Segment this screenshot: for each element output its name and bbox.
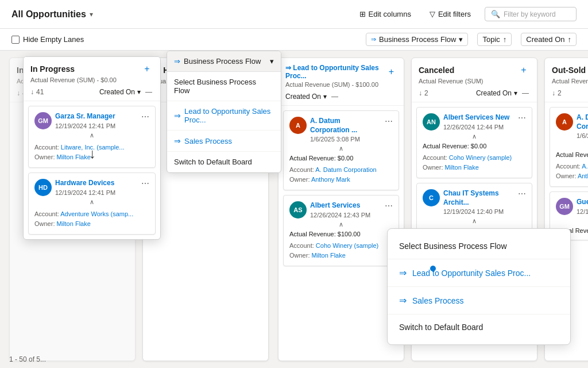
bpf-lead-icon: ⇒ — [174, 111, 181, 120]
sub-bar-right: ⇒ Business Process Flow ▾ Topic ↑ Create… — [366, 33, 577, 46]
right-bpf-lead[interactable]: ⇒ Lead to Opportunity Sales Proc... — [388, 259, 570, 287]
bpf-flow-icon: ⇒ — [371, 36, 376, 43]
card-menu-btn[interactable]: ⋯ — [385, 117, 393, 126]
card-albert-services[interactable]: AS Albert Services 12/26/2024 12:43 PM ⋯… — [283, 195, 399, 266]
toolbar: ⊞ Edit columns ▽ Edit filters 🔍 Filter b… — [355, 7, 577, 21]
lane-canceled-revenue: Actual Revenue (SUM) — [419, 78, 530, 85]
right-bpf-lead-icon: ⇒ — [399, 267, 407, 278]
columns-icon: ⊞ — [359, 10, 366, 18]
right-bpf-switch[interactable]: Switch to Default Board — [388, 315, 570, 340]
card-revenue-a: Actual Revenue: $0.00 — [289, 155, 393, 162]
bpf-sort-control[interactable]: ⇒ Business Process Flow ▾ — [366, 33, 468, 46]
right-bpf-sales[interactable]: ⇒ Sales Process — [388, 287, 570, 315]
arrow-indicator: ↓ — [89, 145, 96, 162]
lane-canceled-collapse-btn[interactable]: — — [521, 88, 530, 98]
card-avatar-gm-exp: GM — [34, 112, 52, 129]
card-avatar-a2: A — [556, 113, 573, 131]
lane-out-sold-count: ↓2 — [552, 89, 562, 97]
lane-middle-sort[interactable]: Created On▾ — [285, 93, 327, 101]
card-date-gm2: 12/19/2024 12:41 PM — [577, 208, 588, 215]
lane-middle-add-button[interactable]: + — [386, 66, 397, 78]
card-avatar-a: A — [289, 117, 307, 134]
card-title-hd-exp: Hardware Devices — [55, 179, 138, 188]
card-hardware-expanded[interactable]: HD Hardware Devices 12/19/2024 12:41 PM … — [28, 172, 156, 235]
lane-out-sold-header: Out-Sold + Actual Revenue (SUM) - $0.00 … — [545, 58, 588, 102]
title-chevron-icon[interactable]: ▾ — [90, 10, 93, 18]
card-chevron-hd-exp: ∧ — [34, 198, 149, 206]
card-avatar-hd-exp: HD — [34, 179, 52, 196]
lane-middle: ⇒ Lead to Opportunity Sales Proc... + Ac… — [278, 57, 404, 361]
lane-out-sold-revenue: Actual Revenue (SUM) - $0.00 — [552, 78, 588, 85]
card-menu-btn-3[interactable]: ⋯ — [518, 113, 526, 122]
card-title-an: Albert Services New — [443, 113, 514, 122]
lane-middle-title: ⇒ Lead to Opportunity Sales Proc... — [285, 64, 386, 80]
card-title-as: Albert Services — [310, 201, 381, 210]
lane-canceled-title: Canceled — [419, 66, 454, 75]
card-title-gm-exp: Garza Sr. Manager — [55, 112, 138, 121]
card-detail-as: Account: Coho Winery (sample) Owner: Mil… — [289, 241, 393, 260]
created-on-sort-control[interactable]: Created On ↑ — [521, 33, 577, 46]
lane-expanded-collapse-btn[interactable]: — — [144, 87, 153, 97]
card-date-a: 1/6/2025 3:08 PM — [310, 136, 381, 143]
right-bpf-dropdown: Select Business Process Flow ⇒ Lead to O… — [387, 228, 571, 345]
bpf-sales-item[interactable]: ⇒ Sales Process — [167, 131, 281, 152]
card-title-a: A. Datum Corporation ... — [310, 117, 381, 135]
lane-canceled-sort[interactable]: Created On▾ — [476, 89, 517, 97]
card-revenue-as: Actual Revenue: $100.00 — [289, 231, 393, 237]
card-menu-btn-2[interactable]: ⋯ — [385, 201, 393, 210]
lane-expanded-count: ↓41 — [30, 88, 44, 96]
right-bpf-sales-icon: ⇒ — [399, 295, 407, 306]
lane-expanded-add-btn[interactable]: + — [141, 63, 153, 75]
card-avatar-as: AS — [289, 201, 307, 218]
lane-canceled-header: Canceled + Actual Revenue (SUM) ↓2 Creat… — [412, 58, 537, 102]
topic-sort-control[interactable]: Topic ↑ — [477, 33, 512, 46]
card-revenue-an: Actual Revenue: $0.00 — [423, 143, 526, 150]
lane-out-sold-title: Out-Sold — [552, 66, 586, 75]
page-title: All Opportunities — [11, 9, 86, 20]
bpf-chevron-icon: ▾ — [459, 35, 463, 44]
card-chevron-icon-2: ∧ — [289, 221, 393, 228]
hide-empty-lanes-checkbox[interactable]: Hide Empty Lanes — [11, 35, 84, 44]
card-avatar-c: C — [423, 189, 440, 206]
dot-indicator — [430, 266, 436, 271]
lane-expanded-sort[interactable]: Created On▾ — [99, 88, 141, 96]
edit-filters-button[interactable]: ▽ Edit filters — [425, 7, 475, 21]
lane-canceled-add-button[interactable]: + — [517, 64, 530, 76]
card-a-datum-middle[interactable]: A A. Datum Corporation ... 1/6/2025 3:08… — [283, 110, 399, 190]
bpf-select-item[interactable]: Select Business Process Flow — [167, 72, 281, 101]
card-detail-hd-exp: Account: Adventure Works (samp... Owner:… — [34, 209, 149, 228]
right-bpf-select[interactable]: Select Business Process Flow — [388, 233, 570, 259]
board-area: In Progress + Actual Revenue (SUM) - $0.… — [0, 51, 588, 368]
pagination: 1 - 50 of 5... — [9, 355, 46, 363]
card-date-as: 12/26/2024 12:43 PM — [310, 212, 381, 218]
bpf-dropdown: ⇒ Business Process Flow ▾ Select Busines… — [167, 51, 281, 173]
topic-sort-icon: ↑ — [503, 35, 507, 44]
search-icon: 🔍 — [491, 10, 500, 18]
card-detail-an: Account: Coho Winery (sample) Owner: Mil… — [423, 153, 526, 172]
title-section: All Opportunities ▾ — [11, 9, 93, 20]
lane-middle-collapse-btn[interactable]: — — [330, 91, 339, 102]
checkbox-box[interactable] — [11, 36, 20, 44]
card-avatar-gm2: GM — [556, 198, 573, 215]
card-a-datum-out[interactable]: A A. Datum Corporation ... 1/6/2025 4:08… — [550, 107, 588, 187]
top-bar: All Opportunities ▾ ⊞ Edit columns ▽ Edi… — [0, 0, 588, 29]
card-chevron-gm-exp: ∧ — [34, 132, 149, 139]
card-chevron-icon-4: ∧ — [423, 217, 526, 225]
card-date-hd-exp: 12/19/2024 12:41 PM — [55, 189, 138, 196]
lane-expanded-revenue: Actual Revenue (SUM) - $0.00 — [30, 76, 153, 83]
bpf-switch-item[interactable]: Switch to Default Board — [167, 152, 281, 172]
lane-canceled-count: ↓2 — [419, 89, 428, 97]
lane-expanded-header: In Progress + Actual Revenue (SUM) - $0.… — [24, 57, 160, 101]
card-albert-new[interactable]: AN Albert Services New 12/26/2024 12:44 … — [416, 107, 532, 178]
lane-middle-cards: A A. Datum Corporation ... 1/6/2025 3:08… — [278, 106, 404, 361]
card-menu-hd-exp[interactable]: ⋯ — [141, 179, 149, 188]
card-menu-gm-exp[interactable]: ⋯ — [141, 112, 149, 121]
lane-middle-header: ⇒ Lead to Opportunity Sales Proc... + Ac… — [278, 58, 404, 106]
card-menu-btn-4[interactable]: ⋯ — [518, 189, 526, 198]
bpf-lead-item[interactable]: ⇒ Lead to Opportunity Sales Proc... — [167, 101, 281, 131]
edit-columns-button[interactable]: ⊞ Edit columns — [355, 7, 416, 21]
filter-icon: ▽ — [430, 10, 435, 18]
keyword-filter-input[interactable]: 🔍 Filter by keyword — [485, 7, 577, 21]
sub-bar: Hide Empty Lanes ⇒ Business Process Flow… — [0, 29, 588, 51]
card-revenue-a2: Actual Revenue: $0.00 — [556, 151, 588, 158]
